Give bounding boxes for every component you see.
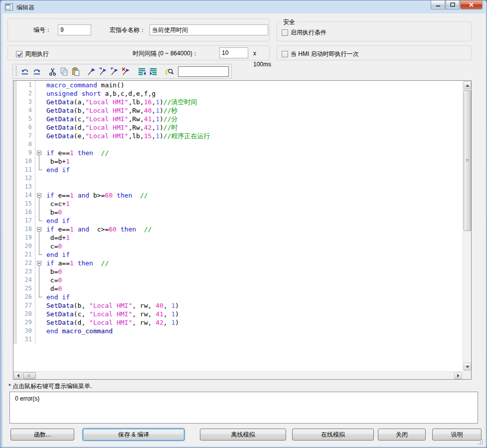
vertical-scroll-thumb[interactable]	[464, 90, 471, 231]
code-area[interactable]: 1macro_command main()2unsigned short a,b…	[13, 81, 463, 371]
outdent-button[interactable]	[136, 66, 148, 77]
code-token: "Local HMI"	[85, 132, 128, 140]
code-line[interactable]: end macro_command	[44, 327, 113, 335]
code-line[interactable]: macro_command main()	[44, 81, 125, 89]
undo-icon	[20, 67, 30, 76]
indent-button[interactable]	[148, 66, 159, 77]
line-number: 8	[17, 140, 35, 149]
save-compile-button[interactable]: 保存 & 编译	[83, 429, 184, 441]
periodic-checkbox[interactable]: 周期执行	[16, 50, 49, 58]
help-button[interactable]: 说明	[432, 429, 482, 441]
close-dialog-button[interactable]: 关闭	[378, 429, 426, 441]
indent-icon	[149, 67, 158, 76]
compile-output: 0 error(s)	[9, 392, 478, 424]
bookmark-toggle-button[interactable]	[86, 66, 97, 77]
line-number: 30	[17, 327, 35, 335]
fold-marker[interactable]	[35, 259, 44, 267]
bookmark-prev-button[interactable]	[109, 66, 120, 77]
bookmark-clear-icon	[121, 67, 131, 76]
code-token: (b,	[74, 302, 89, 309]
code-line[interactable]: GetData(b,"Local HMI",Rw,40,1)//秒	[44, 106, 177, 115]
fold-column	[35, 140, 44, 149]
code-token: if	[46, 225, 54, 233]
code-line[interactable]: unsigned short a,b,c,d,e,f,g	[44, 89, 156, 98]
close-button[interactable]	[460, 0, 483, 9]
horizontal-scrollbar[interactable]	[13, 371, 463, 379]
resize-grip[interactable]	[478, 439, 484, 446]
fold-column	[35, 123, 44, 132]
code-row: 12	[13, 174, 463, 183]
scroll-left-button[interactable]	[14, 372, 22, 379]
vertical-scrollbar[interactable]	[463, 81, 471, 371]
code-line[interactable]: end if	[44, 250, 70, 259]
online-simulation-button[interactable]: 在线模拟	[292, 429, 374, 441]
line-number: 27	[17, 301, 35, 310]
undo-button[interactable]	[19, 66, 31, 77]
code-line[interactable]: b=0	[44, 208, 62, 217]
fold-marker[interactable]	[35, 191, 44, 200]
code-line[interactable]: GetData(e,"Local HMI",lb,15,1)//程序正在运行	[44, 132, 210, 140]
scroll-up-button[interactable]	[464, 81, 471, 89]
code-line[interactable]: GetData(a,"Local HMI",lb,16,1)//清空时间	[44, 98, 197, 106]
bookmark-next-button[interactable]	[97, 66, 109, 77]
code-line[interactable]	[44, 140, 46, 149]
code-line[interactable]: SetData(c, "Local HMI", rw, 41, 1)	[44, 310, 179, 318]
fold-marker[interactable]	[35, 149, 44, 157]
enable-condition-checkbox[interactable]: 启用执行条件	[282, 28, 326, 37]
selection-margin	[13, 123, 17, 132]
code-line[interactable]: c=c+1	[44, 200, 70, 208]
code-line[interactable]	[44, 335, 46, 344]
code-line[interactable]: SetData(d, "Local HMI", rw, 42, 1)	[44, 318, 179, 327]
code-token: d=d+	[46, 234, 66, 241]
fold-marker[interactable]	[35, 225, 44, 233]
code-line[interactable]: SetData(b, "Local HMI", rw, 40, 1)	[44, 301, 179, 310]
maximize-button[interactable]	[446, 0, 460, 9]
title-bar[interactable]: 编辑器	[0, 0, 487, 13]
code-editor[interactable]: 1macro_command main()2unsigned short a,b…	[13, 80, 472, 380]
code-line[interactable]: c=0	[44, 276, 62, 284]
code-line[interactable]: end if	[44, 166, 70, 174]
code-line[interactable]: b=b+1	[44, 157, 70, 166]
code-line[interactable]: GetData(c,"Local HMI",Rw,41,1)//分	[44, 115, 177, 123]
code-token: GetData	[46, 132, 74, 140]
code-line[interactable]: if e==1 and c>=60 then //	[44, 225, 152, 233]
search-input[interactable]	[178, 66, 229, 77]
find-button[interactable]	[163, 66, 175, 77]
code-line[interactable]: b=0	[44, 267, 62, 276]
paste-button[interactable]	[70, 66, 81, 77]
code-line[interactable]: if e==1 then //	[44, 149, 109, 157]
macro-name-input[interactable]	[150, 24, 268, 35]
code-token: ,	[152, 124, 156, 131]
code-token: 1	[156, 107, 160, 114]
code-line[interactable]: end if	[44, 217, 70, 225]
code-line[interactable]: d=0	[44, 284, 62, 293]
macro-id-input[interactable]	[58, 24, 91, 35]
thumb-grip-icon	[28, 374, 31, 377]
minimize-button[interactable]	[431, 0, 445, 9]
code-line[interactable]: c=0	[44, 242, 62, 250]
enable-condition-label: 启用执行条件	[291, 28, 326, 37]
offline-simulation-button[interactable]: 离线模拟	[200, 429, 286, 441]
cut-button[interactable]	[47, 66, 58, 77]
code-line[interactable]: GetData(d,"Local HMI",Rw,42,1)//时	[44, 123, 177, 132]
toolbar-grip[interactable]	[15, 66, 17, 76]
horizontal-scroll-thumb[interactable]	[23, 372, 36, 379]
functions-button[interactable]: 函数...	[10, 429, 74, 441]
code-line[interactable]: d=d+1	[44, 233, 70, 242]
code-line[interactable]	[44, 183, 46, 191]
code-line[interactable]: if e==1 and b>=60 then //	[44, 191, 148, 200]
code-token: then	[121, 225, 136, 233]
bookmark-clear-button[interactable]	[120, 66, 132, 77]
code-line[interactable]: end if	[44, 293, 70, 301]
interval-input[interactable]	[219, 47, 248, 58]
code-line[interactable]	[44, 174, 46, 183]
line-number: 19	[17, 233, 35, 242]
scroll-right-button[interactable]	[454, 372, 462, 379]
code-line[interactable]: if a==1 then //	[44, 259, 109, 267]
scroll-down-button[interactable]	[464, 363, 471, 371]
redo-button[interactable]	[31, 66, 42, 77]
run-on-startup-checkbox[interactable]: 当 HMI 启动时即执行一次	[282, 50, 359, 58]
code-token: "Local HMI"	[89, 319, 132, 326]
copy-button[interactable]	[58, 66, 70, 77]
code-token: a==	[54, 259, 70, 267]
